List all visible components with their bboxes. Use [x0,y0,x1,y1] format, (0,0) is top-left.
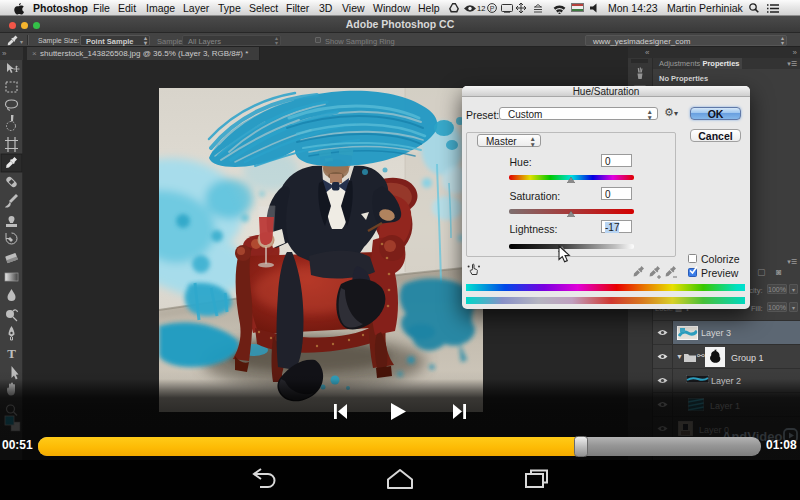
svg-text:P: P [490,5,495,12]
svg-text:T: T [7,346,16,361]
